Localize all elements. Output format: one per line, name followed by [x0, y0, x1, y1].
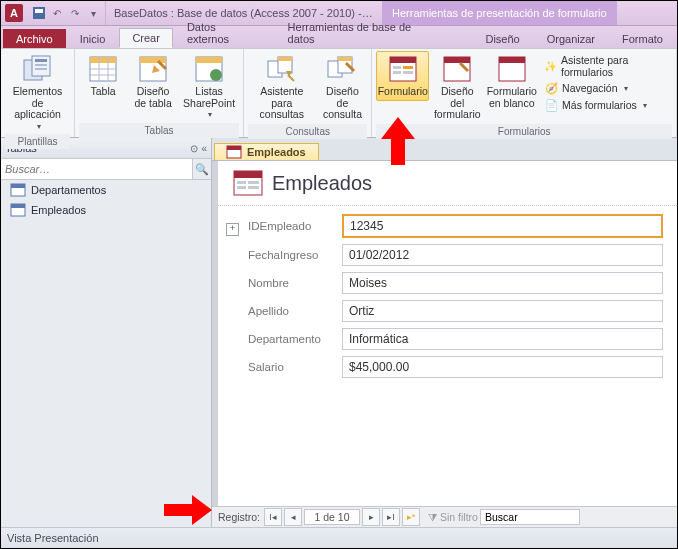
btn-label: Diseño de consulta — [322, 86, 364, 121]
chevron-down-icon: ▾ — [37, 123, 41, 132]
sharepoint-icon — [194, 54, 224, 84]
workspace: Tablas ⊙ « 🔍 Departamentos Empleados Emp… — [1, 138, 677, 527]
field-value[interactable]: 12345 — [342, 214, 663, 238]
blank-form-icon — [497, 54, 527, 84]
query-design-icon — [327, 54, 357, 84]
field-value[interactable]: Moises — [342, 272, 663, 294]
undo-icon[interactable]: ↶ — [49, 5, 65, 21]
field-salario: Salario $45,000.00 — [248, 356, 663, 378]
tab-formato[interactable]: Formato — [609, 29, 676, 48]
svg-rect-4 — [35, 59, 47, 62]
navegacion-button[interactable]: 🧭Navegación▾ — [540, 80, 672, 96]
tab-herramientas-bd[interactable]: Herramientas de base de datos — [275, 17, 454, 48]
nav-item-label: Empleados — [31, 204, 86, 216]
redo-icon[interactable]: ↷ — [67, 5, 83, 21]
document-area: Empleados Empleados + IDEmpleado 12345 F… — [212, 138, 677, 527]
svg-rect-8 — [90, 57, 116, 63]
asistente-consultas-button[interactable]: Asistente para consultas — [248, 51, 315, 124]
svg-rect-29 — [390, 57, 416, 63]
asistente-formularios-button[interactable]: ✨Asistente para formularios — [540, 53, 672, 79]
last-record-button[interactable]: ▸I — [382, 508, 400, 526]
field-value[interactable]: $45,000.00 — [342, 356, 663, 378]
formulario-button[interactable]: Formulario — [376, 51, 429, 101]
formulario-blanco-button[interactable]: Formulario en blanco — [485, 51, 538, 112]
group-formularios: Formulario Diseño del formulario Formula… — [372, 49, 677, 137]
svg-rect-48 — [237, 181, 246, 184]
ribbon: Elementos de aplicación▾ Plantillas Tabl… — [1, 48, 677, 138]
svg-rect-49 — [248, 181, 259, 184]
doc-tab-empleados[interactable]: Empleados — [214, 143, 319, 160]
svg-rect-31 — [403, 66, 413, 69]
ribbon-tabs: Archivo Inicio Crear Datos externos Herr… — [1, 26, 677, 48]
chevron-down-icon[interactable]: ⊙ — [190, 143, 198, 154]
document-tabs: Empleados — [212, 138, 677, 161]
navigation-icon: 🧭 — [544, 81, 558, 95]
elementos-aplicacion-button[interactable]: Elementos de aplicación▾ — [5, 51, 70, 134]
view-mode-label: Vista Presentación — [7, 532, 99, 544]
field-idempleado: IDEmpleado 12345 — [248, 214, 663, 238]
svg-rect-38 — [499, 57, 525, 63]
diseno-consulta-button[interactable]: Diseño de consulta — [318, 51, 368, 124]
navigation-pane: Tablas ⊙ « 🔍 Departamentos Empleados — [1, 138, 212, 527]
nav-controls: ⊙ « — [190, 142, 207, 154]
app-icon: A — [5, 4, 23, 22]
field-label: Salario — [248, 361, 342, 373]
svg-rect-43 — [11, 204, 25, 208]
field-value[interactable]: Ortiz — [342, 300, 663, 322]
first-record-button[interactable]: I◂ — [264, 508, 282, 526]
new-record-button[interactable]: ▸* — [402, 508, 420, 526]
tab-organizar[interactable]: Organizar — [534, 29, 608, 48]
nav-item-empleados[interactable]: Empleados — [1, 200, 211, 220]
collapse-icon[interactable]: « — [201, 143, 207, 154]
table-icon — [88, 54, 118, 84]
next-record-button[interactable]: ▸ — [362, 508, 380, 526]
listas-sharepoint-button[interactable]: Listas SharePoint▾ — [179, 51, 239, 123]
field-value[interactable]: Informática — [342, 328, 663, 350]
tab-diseno[interactable]: Diseño — [472, 29, 532, 48]
svg-marker-23 — [286, 71, 292, 77]
search-icon[interactable]: 🔍 — [192, 159, 211, 179]
tab-inicio[interactable]: Inicio — [67, 29, 119, 48]
form-body: IDEmpleado 12345 FechaIngreso 01/02/2012… — [218, 206, 677, 392]
diseno-tabla-button[interactable]: Diseño de tabla — [129, 51, 177, 112]
mas-formularios-button[interactable]: 📄Más formularios▾ — [540, 97, 672, 113]
status-bar: Vista Presentación — [1, 527, 677, 548]
prev-record-button[interactable]: ◂ — [284, 508, 302, 526]
search-input[interactable] — [1, 160, 192, 178]
item-label: Navegación — [562, 82, 617, 94]
group-plantillas: Elementos de aplicación▾ Plantillas — [1, 49, 75, 137]
tab-datos-externos[interactable]: Datos externos — [174, 17, 274, 48]
record-search-input[interactable] — [480, 509, 580, 525]
more-forms-icon: 📄 — [544, 98, 558, 112]
filter-indicator[interactable]: ⧩Sin filtro — [428, 511, 478, 524]
tabla-button[interactable]: Tabla — [79, 51, 127, 101]
table-design-icon — [138, 54, 168, 84]
table-icon — [11, 184, 25, 196]
field-label: Apellido — [248, 305, 342, 317]
svg-rect-32 — [393, 71, 401, 74]
table-icon — [11, 204, 25, 216]
tab-archivo[interactable]: Archivo — [3, 29, 66, 48]
tab-crear[interactable]: Crear — [119, 28, 173, 48]
item-label: Más formularios — [562, 99, 637, 111]
diseno-formulario-button[interactable]: Diseño del formulario — [431, 51, 483, 124]
svg-rect-18 — [196, 57, 222, 63]
group-label: Plantillas — [5, 134, 70, 149]
group-consultas: Asistente para consultas Diseño de consu… — [244, 49, 372, 137]
qat-dropdown-icon[interactable]: ▾ — [85, 5, 101, 21]
nav-item-departamentos[interactable]: Departamentos — [1, 180, 211, 200]
form-icon — [388, 54, 418, 84]
save-icon[interactable] — [31, 5, 47, 21]
expand-icon[interactable]: + — [226, 223, 239, 236]
chevron-down-icon: ▾ — [208, 111, 212, 120]
field-label: Departamento — [248, 333, 342, 345]
field-label: Nombre — [248, 277, 342, 289]
field-departamento: Departamento Informática — [248, 328, 663, 350]
svg-rect-35 — [444, 57, 470, 63]
field-value[interactable]: 01/02/2012 — [342, 244, 663, 266]
record-position[interactable]: 1 de 10 — [304, 509, 360, 525]
form-icon — [234, 171, 262, 195]
form-icon — [227, 146, 241, 158]
group-label: Consultas — [248, 124, 367, 139]
form-design-icon — [442, 54, 472, 84]
